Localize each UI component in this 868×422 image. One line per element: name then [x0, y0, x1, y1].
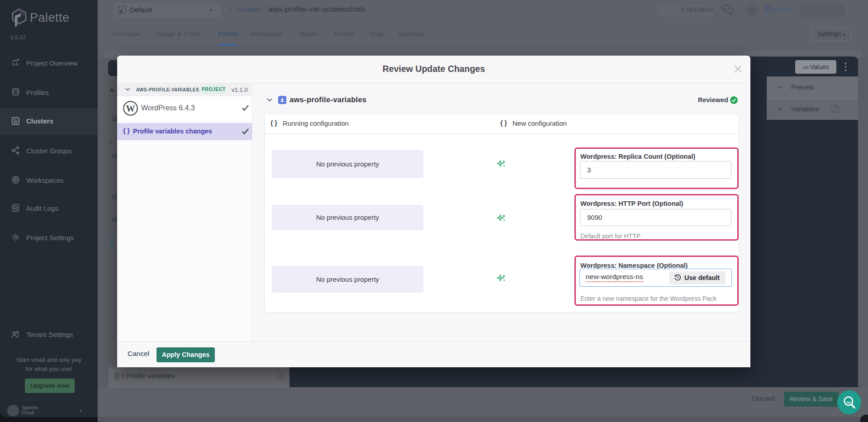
- svg-text:W: W: [126, 104, 135, 114]
